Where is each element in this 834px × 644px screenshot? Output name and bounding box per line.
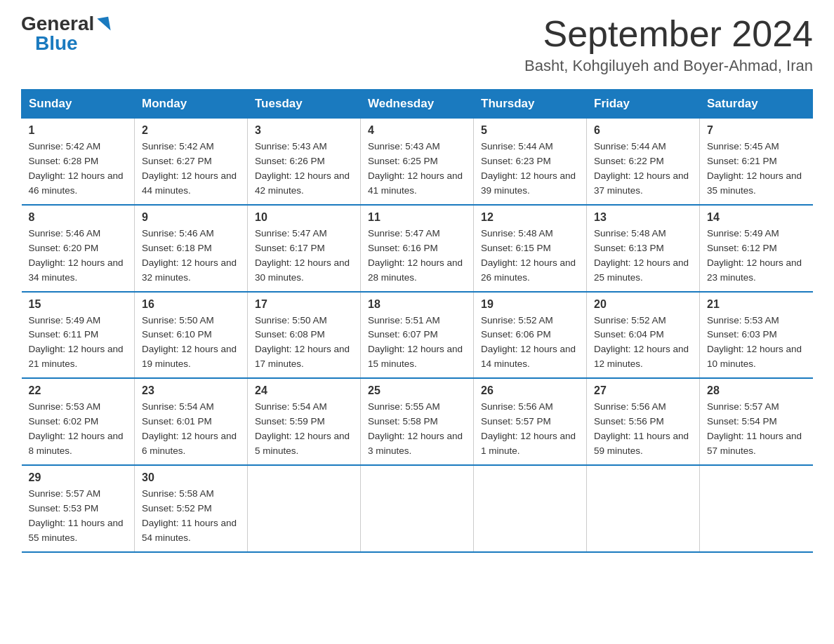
day-number: 8 xyxy=(29,211,128,224)
logo-blue-text: Blue xyxy=(35,32,78,54)
day-number: 30 xyxy=(142,471,240,484)
cell-3-4: 26Sunrise: 5:56 AMSunset: 5:57 PMDayligh… xyxy=(474,378,587,465)
logo: General Blue xyxy=(21,14,110,53)
day-number: 27 xyxy=(594,384,692,397)
day-number: 28 xyxy=(707,384,806,397)
day-number: 18 xyxy=(368,298,466,311)
day-number: 20 xyxy=(594,298,692,311)
day-number: 29 xyxy=(29,471,128,484)
cell-4-0: 29Sunrise: 5:57 AMSunset: 5:53 PMDayligh… xyxy=(22,465,135,552)
cell-2-0: 15Sunrise: 5:49 AMSunset: 6:11 PMDayligh… xyxy=(22,292,135,379)
cell-1-0: 8Sunrise: 5:46 AMSunset: 6:20 PMDaylight… xyxy=(22,205,135,292)
header-sunday: Sunday xyxy=(22,90,135,119)
cell-2-5: 20Sunrise: 5:52 AMSunset: 6:04 PMDayligh… xyxy=(587,292,700,379)
day-number: 13 xyxy=(594,211,692,224)
header-friday: Friday xyxy=(587,90,700,119)
cell-3-2: 24Sunrise: 5:54 AMSunset: 5:59 PMDayligh… xyxy=(248,378,361,465)
day-info: Sunrise: 5:44 AMSunset: 6:23 PMDaylight:… xyxy=(481,140,579,199)
day-number: 4 xyxy=(368,124,466,137)
logo-general-text: General xyxy=(21,14,94,34)
day-number: 24 xyxy=(255,384,353,397)
day-info: Sunrise: 5:50 AMSunset: 6:08 PMDaylight:… xyxy=(255,314,353,373)
day-number: 11 xyxy=(368,211,466,224)
week-row-5: 29Sunrise: 5:57 AMSunset: 5:53 PMDayligh… xyxy=(22,465,813,552)
day-info: Sunrise: 5:48 AMSunset: 6:15 PMDaylight:… xyxy=(481,227,579,286)
calendar-body: 1Sunrise: 5:42 AMSunset: 6:28 PMDaylight… xyxy=(22,119,813,552)
day-info: Sunrise: 5:50 AMSunset: 6:10 PMDaylight:… xyxy=(142,314,240,373)
week-row-1: 1Sunrise: 5:42 AMSunset: 6:28 PMDaylight… xyxy=(22,119,813,205)
day-info: Sunrise: 5:58 AMSunset: 5:52 PMDaylight:… xyxy=(142,487,240,546)
day-number: 26 xyxy=(481,384,579,397)
day-number: 17 xyxy=(255,298,353,311)
day-number: 15 xyxy=(29,298,128,311)
header-tuesday: Tuesday xyxy=(248,90,361,119)
cell-1-5: 13Sunrise: 5:48 AMSunset: 6:13 PMDayligh… xyxy=(587,205,700,292)
cell-0-4: 5Sunrise: 5:44 AMSunset: 6:23 PMDaylight… xyxy=(474,119,587,205)
cell-1-3: 11Sunrise: 5:47 AMSunset: 6:16 PMDayligh… xyxy=(361,205,474,292)
day-info: Sunrise: 5:49 AMSunset: 6:11 PMDaylight:… xyxy=(29,314,128,373)
cell-0-3: 4Sunrise: 5:43 AMSunset: 6:25 PMDaylight… xyxy=(361,119,474,205)
day-number: 19 xyxy=(481,298,579,311)
day-number: 12 xyxy=(481,211,579,224)
day-number: 9 xyxy=(142,211,240,224)
logo-arrow-icon xyxy=(98,17,111,32)
day-info: Sunrise: 5:43 AMSunset: 6:25 PMDaylight:… xyxy=(368,140,466,199)
cell-4-2 xyxy=(248,465,361,552)
cell-3-5: 27Sunrise: 5:56 AMSunset: 5:56 PMDayligh… xyxy=(587,378,700,465)
day-info: Sunrise: 5:42 AMSunset: 6:28 PMDaylight:… xyxy=(29,140,128,199)
day-number: 2 xyxy=(142,124,240,137)
day-number: 7 xyxy=(707,124,806,137)
cell-1-1: 9Sunrise: 5:46 AMSunset: 6:18 PMDaylight… xyxy=(135,205,248,292)
cell-0-2: 3Sunrise: 5:43 AMSunset: 6:26 PMDaylight… xyxy=(248,119,361,205)
day-number: 25 xyxy=(368,384,466,397)
day-info: Sunrise: 5:53 AMSunset: 6:03 PMDaylight:… xyxy=(707,314,806,373)
day-number: 16 xyxy=(142,298,240,311)
month-title: September 2024 xyxy=(524,14,813,54)
title-area: September 2024 Basht, Kohgiluyeh and Boy… xyxy=(524,14,813,75)
day-info: Sunrise: 5:55 AMSunset: 5:58 PMDaylight:… xyxy=(368,400,466,459)
day-info: Sunrise: 5:56 AMSunset: 5:57 PMDaylight:… xyxy=(481,400,579,459)
day-number: 10 xyxy=(255,211,353,224)
day-info: Sunrise: 5:54 AMSunset: 6:01 PMDaylight:… xyxy=(142,400,240,459)
cell-1-2: 10Sunrise: 5:47 AMSunset: 6:17 PMDayligh… xyxy=(248,205,361,292)
header-saturday: Saturday xyxy=(700,90,813,119)
day-info: Sunrise: 5:44 AMSunset: 6:22 PMDaylight:… xyxy=(594,140,692,199)
cell-3-6: 28Sunrise: 5:57 AMSunset: 5:54 PMDayligh… xyxy=(700,378,813,465)
cell-1-6: 14Sunrise: 5:49 AMSunset: 6:12 PMDayligh… xyxy=(700,205,813,292)
header-row: Sunday Monday Tuesday Wednesday Thursday… xyxy=(22,90,813,119)
header-wednesday: Wednesday xyxy=(361,90,474,119)
calendar-table: Sunday Monday Tuesday Wednesday Thursday… xyxy=(21,89,813,552)
cell-2-2: 17Sunrise: 5:50 AMSunset: 6:08 PMDayligh… xyxy=(248,292,361,379)
day-info: Sunrise: 5:45 AMSunset: 6:21 PMDaylight:… xyxy=(707,140,806,199)
day-number: 5 xyxy=(481,124,579,137)
day-info: Sunrise: 5:46 AMSunset: 6:20 PMDaylight:… xyxy=(29,227,128,286)
cell-4-3 xyxy=(361,465,474,552)
day-info: Sunrise: 5:52 AMSunset: 6:06 PMDaylight:… xyxy=(481,314,579,373)
day-number: 3 xyxy=(255,124,353,137)
cell-2-3: 18Sunrise: 5:51 AMSunset: 6:07 PMDayligh… xyxy=(361,292,474,379)
day-number: 21 xyxy=(707,298,806,311)
cell-4-4 xyxy=(474,465,587,552)
day-number: 23 xyxy=(142,384,240,397)
day-info: Sunrise: 5:49 AMSunset: 6:12 PMDaylight:… xyxy=(707,227,806,286)
day-info: Sunrise: 5:42 AMSunset: 6:27 PMDaylight:… xyxy=(142,140,240,199)
day-info: Sunrise: 5:52 AMSunset: 6:04 PMDaylight:… xyxy=(594,314,692,373)
cell-3-0: 22Sunrise: 5:53 AMSunset: 6:02 PMDayligh… xyxy=(22,378,135,465)
day-info: Sunrise: 5:57 AMSunset: 5:54 PMDaylight:… xyxy=(707,400,806,459)
cell-1-4: 12Sunrise: 5:48 AMSunset: 6:15 PMDayligh… xyxy=(474,205,587,292)
header-monday: Monday xyxy=(135,90,248,119)
cell-2-4: 19Sunrise: 5:52 AMSunset: 6:06 PMDayligh… xyxy=(474,292,587,379)
cell-2-1: 16Sunrise: 5:50 AMSunset: 6:10 PMDayligh… xyxy=(135,292,248,379)
day-info: Sunrise: 5:57 AMSunset: 5:53 PMDaylight:… xyxy=(29,487,128,546)
cell-3-3: 25Sunrise: 5:55 AMSunset: 5:58 PMDayligh… xyxy=(361,378,474,465)
day-info: Sunrise: 5:54 AMSunset: 5:59 PMDaylight:… xyxy=(255,400,353,459)
cell-0-5: 6Sunrise: 5:44 AMSunset: 6:22 PMDaylight… xyxy=(587,119,700,205)
cell-4-1: 30Sunrise: 5:58 AMSunset: 5:52 PMDayligh… xyxy=(135,465,248,552)
day-info: Sunrise: 5:47 AMSunset: 6:17 PMDaylight:… xyxy=(255,227,353,286)
day-info: Sunrise: 5:53 AMSunset: 6:02 PMDaylight:… xyxy=(29,400,128,459)
cell-4-5 xyxy=(587,465,700,552)
header-thursday: Thursday xyxy=(474,90,587,119)
day-number: 14 xyxy=(707,211,806,224)
week-row-4: 22Sunrise: 5:53 AMSunset: 6:02 PMDayligh… xyxy=(22,378,813,465)
cell-0-6: 7Sunrise: 5:45 AMSunset: 6:21 PMDaylight… xyxy=(700,119,813,205)
